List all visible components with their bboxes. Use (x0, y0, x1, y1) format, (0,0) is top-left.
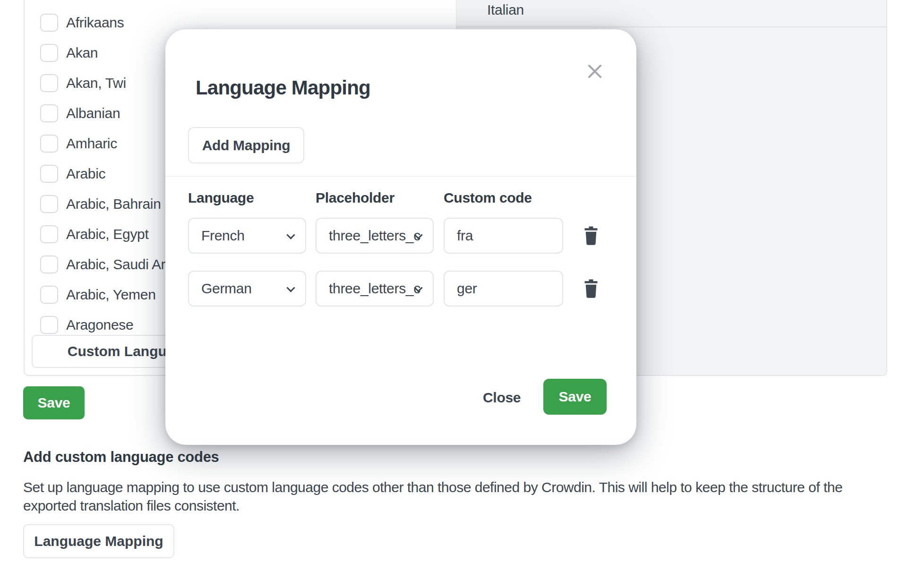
language-list-item[interactable]: Akan (40, 43, 98, 62)
page-save-button[interactable]: Save (23, 386, 85, 419)
language-label: Amharic (66, 136, 117, 152)
modal-close-button[interactable]: Close (483, 390, 521, 406)
placeholder-select[interactable]: three_letters_code (316, 218, 434, 254)
trash-icon (583, 279, 600, 298)
checkbox[interactable] (40, 225, 58, 243)
language-label: Arabic (66, 166, 105, 182)
close-button[interactable] (582, 59, 608, 84)
column-header-language: Language (188, 190, 254, 206)
language-list-item[interactable]: Arabic, Yemen (40, 285, 156, 304)
checkbox[interactable] (40, 104, 58, 122)
checkbox[interactable] (40, 44, 58, 62)
language-label: Akan, Twi (66, 75, 126, 91)
language-label: Arabic, Egypt (66, 226, 149, 242)
checkbox[interactable] (40, 286, 58, 304)
checkbox[interactable] (40, 316, 58, 334)
language-label: Akan (66, 45, 98, 61)
selected-language-item: Italian (456, 0, 886, 27)
checkbox[interactable] (40, 74, 58, 92)
language-label: Arabic, Bahrain (66, 196, 161, 212)
language-list-item[interactable]: Aragonese (40, 315, 133, 334)
checkbox[interactable] (40, 14, 58, 32)
close-icon (585, 62, 604, 81)
add-mapping-button[interactable]: Add Mapping (188, 127, 304, 163)
placeholder-select[interactable]: three_letters_code (316, 271, 434, 307)
language-list-item[interactable]: Afrikaans (40, 13, 124, 32)
language-label: Aragonese (66, 317, 133, 333)
language-select-value: German (201, 281, 252, 297)
checkbox[interactable] (40, 195, 58, 213)
custom-codes-heading: Add custom language codes (23, 449, 219, 466)
custom-codes-description: Set up language mapping to use custom la… (23, 478, 845, 515)
chevron-down-icon (286, 283, 295, 292)
language-list-item[interactable]: Albanian (40, 104, 120, 123)
language-mapping-button[interactable]: Language Mapping (23, 524, 174, 558)
language-list-item[interactable]: Amharic (40, 134, 117, 153)
column-header-placeholder: Placeholder (316, 190, 394, 206)
language-mapping-modal: Language Mapping Add Mapping Language Pl… (165, 29, 636, 445)
language-list-item[interactable]: Arabic, Bahrain (40, 195, 161, 213)
modal-title: Language Mapping (196, 77, 370, 99)
column-header-custom-code: Custom code (444, 190, 532, 206)
trash-icon (583, 226, 600, 246)
delete-mapping-button[interactable] (579, 222, 603, 249)
checkbox[interactable] (40, 256, 58, 273)
language-select[interactable]: French (188, 218, 306, 254)
language-select[interactable]: German (188, 271, 306, 307)
delete-mapping-button[interactable] (579, 275, 603, 302)
chevron-down-icon (286, 230, 295, 239)
language-list-item[interactable]: Arabic, Egypt (40, 225, 149, 244)
placeholder-select-value: three_letters_code (329, 281, 420, 297)
language-list-item[interactable]: Akan, Twi (40, 74, 126, 93)
checkbox[interactable] (40, 165, 58, 183)
language-label: Afrikaans (66, 15, 124, 31)
placeholder-select-value: three_letters_code (329, 228, 420, 244)
divider (165, 176, 636, 177)
modal-save-button[interactable]: Save (543, 379, 607, 415)
selected-language-label: Italian (487, 2, 524, 18)
language-label: Albanian (66, 105, 120, 121)
checkbox[interactable] (40, 135, 58, 153)
language-list-item[interactable]: Arabic (40, 164, 105, 183)
custom-code-input[interactable] (444, 271, 563, 307)
language-label: Arabic, Yemen (66, 287, 156, 303)
language-select-value: French (201, 228, 245, 244)
custom-code-input[interactable] (444, 218, 563, 254)
